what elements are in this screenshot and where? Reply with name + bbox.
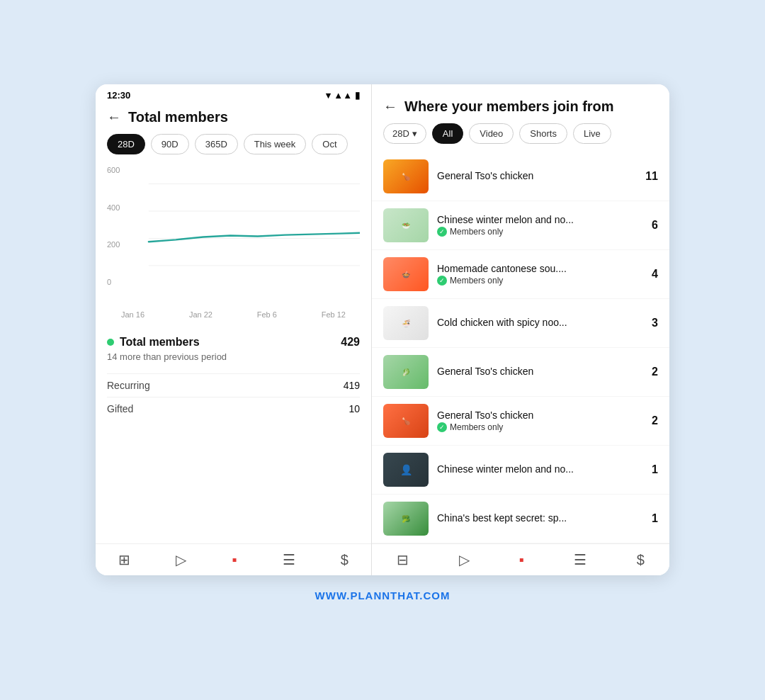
period-28d[interactable]: 28D <box>107 134 145 154</box>
members-only-icon: ✓ <box>437 422 447 432</box>
video-item: 👤 Chinese winter melon and no... 1 <box>372 446 669 495</box>
period-oct[interactable]: Oct <box>312 134 347 154</box>
time-filter-dropdown[interactable]: 28D ▾ <box>383 123 426 144</box>
website-url: WWW.PLANNTHAT.COM <box>301 575 465 616</box>
video-info: Homemade cantonese sou.... ✓ Members onl… <box>437 263 635 286</box>
video-thumbnail: 👤 <box>383 453 429 487</box>
video-title: General Tso's chicken <box>437 366 635 377</box>
y-label-600: 600 <box>107 166 120 174</box>
video-thumbnail: 🥦 <box>383 502 429 536</box>
right-header: ← Where your members join from <box>372 84 669 123</box>
nav-analytics-icon-r[interactable]: ▪ <box>519 552 524 568</box>
left-bottom-nav: ⊞ ▷ ▪ ☰ $ <box>96 543 371 575</box>
status-time: 12:30 <box>107 90 130 101</box>
nav-list-icon[interactable]: ☰ <box>283 551 295 568</box>
left-phone: 12:30 ▾ ▲▲ ▮ ← Total members 28D 90D 365… <box>96 84 372 575</box>
video-item: 🥗 Chinese winter melon and no... ✓ Membe… <box>372 201 669 250</box>
filter-tab-shorts[interactable]: Shorts <box>519 123 567 144</box>
signal-icon: ▲▲ <box>334 90 352 101</box>
video-info: Chinese winter melon and no... <box>437 463 635 476</box>
video-thumbnail: 🍗 <box>383 159 429 193</box>
recurring-row: Recurring 419 <box>107 373 360 397</box>
video-item: 🍗 General Tso's chicken ✓ Members only 2 <box>372 397 669 446</box>
video-info: Chinese winter melon and no... ✓ Members… <box>437 214 635 237</box>
video-thumbnail: 🍗 <box>383 404 429 438</box>
nav-content-icon[interactable]: ▷ <box>176 551 186 568</box>
video-item: 🍲 Homemade cantonese sou.... ✓ Members o… <box>372 250 669 299</box>
gifted-label: Gifted <box>107 403 133 414</box>
x-label-jan22: Jan 22 <box>189 310 212 319</box>
stats-section: Total members 429 14 more than previous … <box>96 324 371 431</box>
y-label-200: 200 <box>107 240 120 249</box>
video-info: China's best kept secret: sp... <box>437 512 635 525</box>
recurring-value: 419 <box>344 380 360 391</box>
nav-dashboard-icon[interactable]: ⊞ <box>118 551 130 568</box>
nav-money-icon[interactable]: $ <box>341 552 348 568</box>
video-item: 🥦 China's best kept secret: sp... 1 <box>372 495 669 543</box>
members-only-badge: ✓ Members only <box>437 227 635 237</box>
x-label-feb6: Feb 6 <box>257 310 277 319</box>
video-title: China's best kept secret: sp... <box>437 512 635 524</box>
total-members-text: Total members <box>120 336 200 349</box>
video-count: 2 <box>644 414 658 427</box>
recurring-label: Recurring <box>107 380 150 391</box>
video-info: General Tso's chicken <box>437 366 635 378</box>
right-back-button[interactable]: ← <box>383 98 397 115</box>
video-count: 6 <box>644 219 658 232</box>
total-members-label: Total members <box>107 336 200 349</box>
right-page-title: Where your members join from <box>404 98 614 115</box>
video-thumbnail: 🍜 <box>383 306 429 340</box>
nav-list-icon-r[interactable]: ☰ <box>574 551 586 568</box>
y-label-400: 400 <box>107 203 120 212</box>
y-label-0: 0 <box>107 278 120 286</box>
nav-money-icon-r[interactable]: $ <box>637 552 645 568</box>
total-members-count: 429 <box>341 336 360 349</box>
members-only-badge: ✓ Members only <box>437 422 635 432</box>
video-title: General Tso's chicken <box>437 410 635 421</box>
right-phone: ← Where your members join from 28D ▾ All… <box>372 84 669 575</box>
video-title: General Tso's chicken <box>437 170 635 181</box>
back-button[interactable]: ← <box>107 109 121 125</box>
total-members-row: Total members 429 <box>107 336 360 349</box>
nav-content-icon-r[interactable]: ▷ <box>459 551 470 568</box>
battery-icon: ▮ <box>355 90 360 101</box>
video-info: Cold chicken with spicy noo... <box>437 317 635 329</box>
video-count: 4 <box>644 268 658 281</box>
gifted-row: Gifted 10 <box>107 397 360 420</box>
nav-analytics-icon[interactable]: ▪ <box>232 552 237 568</box>
video-list: 🍗 General Tso's chicken 11 🥗 Chinese win… <box>372 152 669 543</box>
status-bar: 12:30 ▾ ▲▲ ▮ <box>96 84 371 103</box>
time-filter-value: 28D <box>392 128 409 139</box>
video-info: General Tso's chicken ✓ Members only <box>437 410 635 432</box>
dropdown-chevron-icon: ▾ <box>412 128 417 139</box>
chart-area: 600 400 200 0 <box>96 166 371 307</box>
filter-tab-video[interactable]: Video <box>469 123 514 144</box>
status-icons: ▾ ▲▲ ▮ <box>326 90 360 101</box>
phones-container: 12:30 ▾ ▲▲ ▮ ← Total members 28D 90D 365… <box>96 84 669 575</box>
video-count: 1 <box>644 463 658 476</box>
period-this-week[interactable]: This week <box>244 134 307 154</box>
period-90d[interactable]: 90D <box>151 134 189 154</box>
chart-svg <box>107 166 360 307</box>
filter-tab-live[interactable]: Live <box>573 123 611 144</box>
x-label-jan16: Jan 16 <box>121 310 144 319</box>
wifi-icon: ▾ <box>326 90 331 101</box>
video-thumbnail: 🍲 <box>383 257 429 291</box>
members-only-badge: ✓ Members only <box>437 276 635 286</box>
video-title: Cold chicken with spicy noo... <box>437 317 635 328</box>
period-365d[interactable]: 365D <box>195 134 238 154</box>
nav-dashboard-icon-r[interactable]: ⊟ <box>397 551 409 568</box>
video-count: 2 <box>644 366 658 378</box>
url-text: WWW.PLANNTHAT.COM <box>315 589 450 602</box>
members-only-label: Members only <box>450 227 503 237</box>
video-thumbnail: 🥬 <box>383 355 429 389</box>
x-axis-labels: Jan 16 Jan 22 Feb 6 Feb 12 <box>96 307 371 319</box>
filter-tab-all[interactable]: All <box>432 123 463 144</box>
video-title: Chinese winter melon and no... <box>437 463 635 475</box>
period-buttons: 28D 90D 365D This week Oct <box>96 134 371 166</box>
video-thumbnail: 🥗 <box>383 208 429 242</box>
filter-row: 28D ▾ All Video Shorts Live <box>372 123 669 152</box>
green-dot-indicator <box>107 339 114 346</box>
members-only-icon: ✓ <box>437 276 447 286</box>
left-page-title: Total members <box>128 109 228 125</box>
